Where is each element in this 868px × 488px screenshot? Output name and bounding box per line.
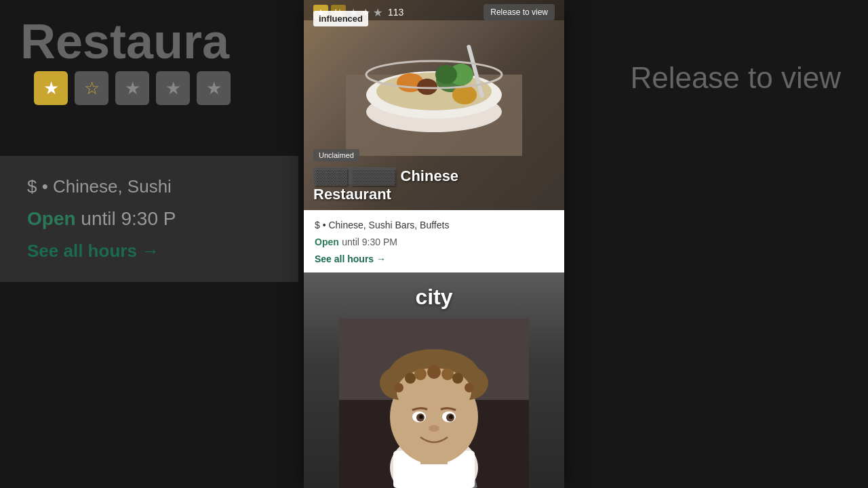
bg-star-4: ★ (156, 71, 190, 105)
svg-point-30 (405, 373, 416, 384)
bg-left-panel: Restaura ★ ☆ ★ ★ ★ $ • Chinese, Sushi Op… (0, 0, 298, 488)
svg-point-6 (435, 65, 457, 84)
influenced-badge: influenced (313, 11, 368, 26)
svg-point-33 (441, 368, 454, 380)
bg-stars-row: ★ ☆ ★ ★ ★ (34, 71, 231, 105)
restaurant-card: influenced Unclaimed ▓▓▓ ▓▓▓▓ ChineseRes… (304, 0, 564, 488)
svg-point-31 (414, 368, 427, 380)
bg-release-text: Release to view (630, 61, 841, 95)
bg-info-box: $ • Chinese, Sushi Open until 9:30 P See… (0, 156, 298, 282)
bg-restaurant-text: Restaura (20, 14, 229, 69)
card-person-section: city (304, 272, 564, 488)
price-category: $ • Chinese, Sushi Bars, Buffets (315, 220, 553, 230)
bg-star-3: ★ (115, 71, 149, 105)
bg-star-5: ★ (197, 71, 231, 105)
svg-point-9 (417, 79, 437, 95)
bg-star-2: ☆ (75, 71, 108, 105)
card-image-section: influenced Unclaimed ▓▓▓ ▓▓▓▓ ChineseRes… (304, 0, 564, 210)
bg-price-cat: $ • Chinese, Sushi (27, 176, 271, 197)
svg-point-36 (465, 383, 474, 392)
see-all-hours-link[interactable]: See all hours → (315, 253, 553, 264)
svg-point-32 (427, 365, 441, 379)
unclaimed-badge: Unclaimed (313, 149, 359, 161)
censored-name: ▓▓▓ ▓▓▓▓ (313, 167, 396, 184)
person-face-image (339, 319, 529, 488)
restaurant-name-overlay: ▓▓▓ ▓▓▓▓ ChineseRestaurant (304, 162, 564, 210)
open-status: Open (315, 237, 339, 247)
svg-point-27 (419, 415, 423, 419)
hours-line: Open until 9:30 PM (315, 236, 553, 248)
svg-point-34 (452, 373, 463, 384)
svg-point-35 (394, 383, 403, 392)
bg-see-hours: See all hours → (27, 241, 271, 262)
svg-point-29 (429, 425, 439, 432)
open-hours: until 9:30 PM (342, 237, 397, 247)
bg-open-status: Open until 9:30 P (27, 208, 271, 230)
restaurant-name: ▓▓▓ ▓▓▓▓ ChineseRestaurant (313, 167, 555, 203)
svg-point-28 (449, 415, 453, 419)
card-info-section: $ • Chinese, Sushi Bars, Buffets Open un… (304, 210, 564, 272)
food-bowl-image (346, 7, 522, 156)
bg-star-1: ★ (34, 71, 68, 105)
city-text: city (415, 285, 452, 310)
